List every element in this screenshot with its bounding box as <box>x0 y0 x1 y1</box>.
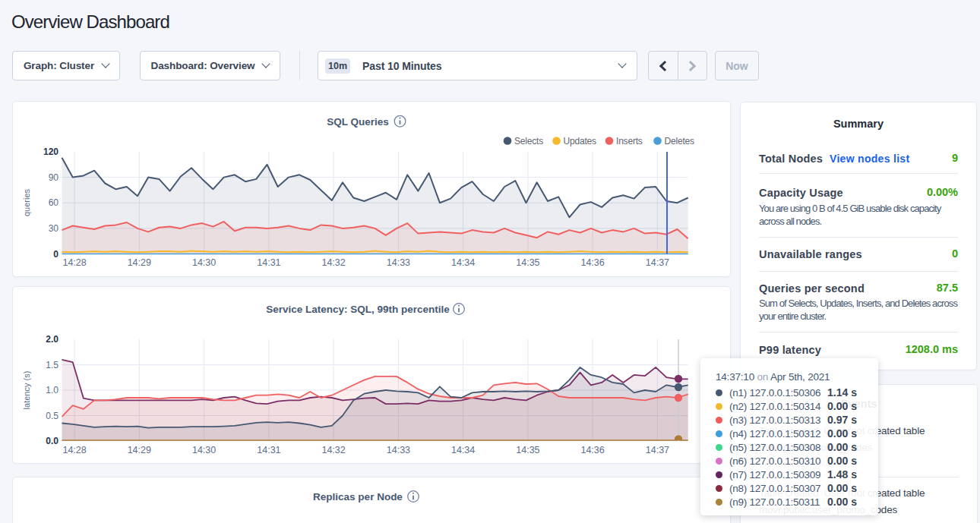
svg-text:14:33: 14:33 <box>387 445 410 455</box>
svg-text:1.0: 1.0 <box>46 385 58 395</box>
svg-text:14:31: 14:31 <box>257 257 280 268</box>
svg-text:14:33: 14:33 <box>387 257 410 268</box>
svg-text:14:34: 14:34 <box>451 257 475 268</box>
svg-text:0.0: 0.0 <box>46 436 58 446</box>
svg-text:14:29: 14:29 <box>128 445 151 455</box>
svg-text:14:36: 14:36 <box>580 257 604 268</box>
svg-text:14:30: 14:30 <box>192 445 216 455</box>
svg-text:0: 0 <box>53 249 58 260</box>
svg-text:14:32: 14:32 <box>321 257 345 268</box>
svg-text:Updates: Updates <box>564 136 596 147</box>
svg-text:60: 60 <box>49 197 59 208</box>
svg-text:2.0: 2.0 <box>46 334 58 345</box>
svg-text:14:30: 14:30 <box>192 257 216 268</box>
svg-text:14:28: 14:28 <box>62 257 86 268</box>
svg-text:90: 90 <box>49 172 59 183</box>
svg-text:0.5: 0.5 <box>46 411 58 421</box>
svg-text:queries: queries <box>22 188 31 216</box>
svg-text:Selects: Selects <box>514 136 543 147</box>
svg-text:Inserts: Inserts <box>616 136 643 147</box>
svg-text:14:37: 14:37 <box>646 445 669 455</box>
svg-text:14:28: 14:28 <box>62 445 86 455</box>
svg-text:14:35: 14:35 <box>516 257 539 268</box>
svg-text:30: 30 <box>49 223 59 234</box>
svg-text:120: 120 <box>43 147 58 157</box>
svg-text:latency (s): latency (s) <box>22 371 31 410</box>
svg-text:14:37: 14:37 <box>646 257 669 268</box>
svg-text:14:31: 14:31 <box>257 445 280 455</box>
svg-text:1.5: 1.5 <box>46 360 58 370</box>
svg-text:14:34: 14:34 <box>451 445 475 455</box>
svg-text:14:35: 14:35 <box>516 445 539 455</box>
svg-text:14:32: 14:32 <box>321 445 345 455</box>
svg-text:Deletes: Deletes <box>665 136 694 147</box>
svg-text:14:29: 14:29 <box>128 257 151 268</box>
svg-text:Service Latency: SQL, 99th per: Service Latency: SQL, 99th percentile <box>266 304 450 315</box>
svg-text:SQL Queries: SQL Queries <box>327 116 389 128</box>
svg-text:14:36: 14:36 <box>580 445 604 455</box>
svg-text:Replicas per Node: Replicas per Node <box>313 491 403 503</box>
